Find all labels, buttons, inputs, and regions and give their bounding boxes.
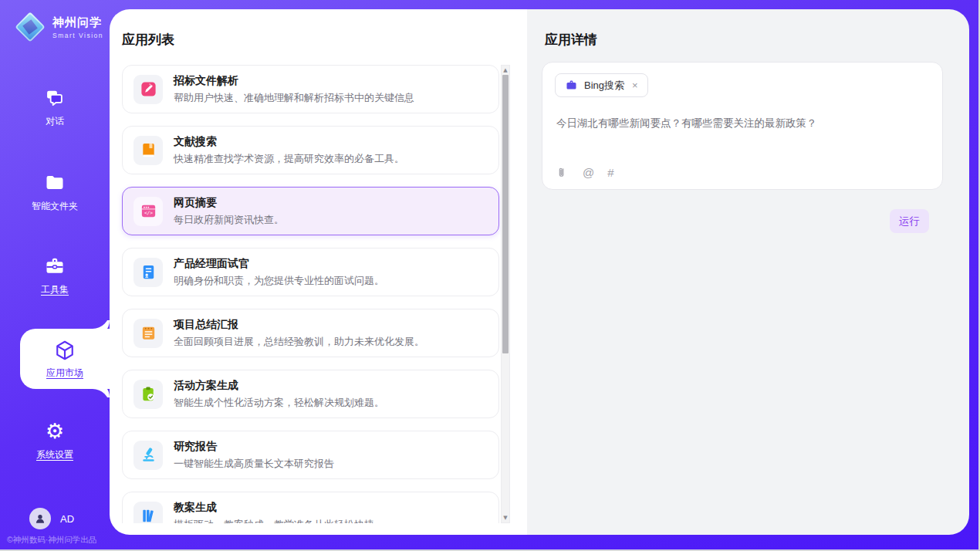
app-list-title: 应用列表: [122, 31, 174, 49]
microscope-icon: [140, 446, 157, 464]
app-card-description: 智能生成个性化活动方案，轻松解决规划难题。: [174, 396, 384, 410]
main-content: 应用列表 招标文件解析 帮助用户快速、准确地理解和解析招标书中的关键信息 文献搜…: [110, 9, 969, 535]
brand-name: 神州问学: [52, 15, 103, 30]
user-account[interactable]: AD: [29, 508, 74, 529]
sidebar-item-gear[interactable]: ⚙ 系统设置: [0, 420, 110, 461]
brand: 神州问学 Smart Vision: [14, 11, 103, 43]
app-card[interactable]: </> 网页摘要 每日政府新闻资讯快查。: [122, 187, 499, 235]
app-card[interactable]: 产品经理面试官 明确身份和职责，为您提供专业性的面试问题。: [122, 248, 499, 296]
app-window: 神州问学 Smart Vision 对话 智能文件夹 工具集 应用市场 ⚙ 系统…: [0, 0, 978, 549]
app-card-title: 网页摘要: [174, 196, 284, 210]
sidebar-item-folder[interactable]: 智能文件夹: [0, 171, 110, 213]
interviewer-icon: [140, 263, 157, 281]
app-card[interactable]: 教案生成 模板驱动，教案秒成，教学准备从此轻松快捷: [122, 492, 499, 523]
app-list-viewport: 招标文件解析 帮助用户快速、准确地理解和解析招标书中的关键信息 文献搜索 快速精…: [110, 65, 527, 523]
attachment-icon[interactable]: [556, 166, 569, 179]
gear-icon: ⚙: [46, 420, 64, 443]
input-toolbar: @ #: [556, 166, 614, 179]
user-icon: [33, 512, 47, 526]
tool-tag-label: Bing搜索: [584, 79, 624, 93]
app-card-description: 帮助用户快速、准确地理解和解析招标书中的关键信息: [174, 91, 414, 105]
browser-code-icon: </>: [140, 202, 157, 220]
book-icon: [140, 141, 157, 159]
app-card-description: 全面回顾项目进展，总结经验教训，助力未来优化发展。: [174, 335, 424, 349]
app-card-title: 活动方案生成: [174, 379, 384, 393]
app-card-description: 明确身份和职责，为您提供专业性的面试问题。: [174, 274, 384, 288]
notepad-icon: [140, 324, 157, 342]
app-card-title: 教案生成: [174, 501, 374, 515]
sidebar-item-label: 应用市场: [46, 367, 83, 380]
hash-icon[interactable]: #: [607, 166, 613, 179]
app-card-description: 快速精准查找学术资源，提高研究效率的必备工具。: [174, 152, 404, 166]
briefcase-icon: [565, 79, 578, 92]
app-card-title: 研究报告: [174, 440, 334, 454]
scrollbar[interactable]: ▲ ▼: [501, 65, 510, 523]
scrollbar-thumb[interactable]: [502, 75, 509, 353]
clipboard-check-icon: [140, 385, 157, 403]
books-icon: [140, 507, 157, 523]
sidebar-item-label: 对话: [46, 115, 64, 128]
prompt-input[interactable]: 今日湖北有哪些新闻要点？有哪些需要关注的最新政策？: [556, 117, 928, 130]
app-card-description: 一键智能生成高质量长文本研究报告: [174, 457, 334, 471]
sidebar-item-toolbox[interactable]: 工具集: [0, 255, 110, 296]
mention-icon[interactable]: @: [583, 166, 594, 179]
tool-tag-bing[interactable]: Bing搜索 ×: [555, 73, 648, 97]
app-card-title: 产品经理面试官: [174, 257, 384, 271]
svg-text:</>: </>: [144, 210, 152, 215]
sidebar-item-label: 系统设置: [36, 448, 73, 461]
cube-icon: [53, 339, 76, 362]
app-card-description: 模板驱动，教案秒成，教学准备从此轻松快捷: [174, 518, 374, 524]
sidebar-item-label: 工具集: [41, 283, 69, 296]
copyright-text: ©神州数码·神州问学出品: [7, 535, 96, 546]
pen-square-icon: [140, 80, 157, 98]
app-detail-title: 应用详情: [545, 31, 597, 49]
app-card[interactable]: 招标文件解析 帮助用户快速、准确地理解和解析招标书中的关键信息: [122, 65, 499, 113]
close-icon[interactable]: ×: [630, 79, 640, 92]
avatar[interactable]: [29, 508, 51, 529]
run-button[interactable]: 运行: [890, 209, 929, 233]
brand-subtitle: Smart Vision: [52, 32, 103, 39]
scroll-up-icon[interactable]: ▲: [502, 66, 509, 75]
prompt-card: Bing搜索 × 今日湖北有哪些新闻要点？有哪些需要关注的最新政策？ @ #: [542, 62, 943, 190]
brand-logo-icon: [14, 11, 46, 43]
sidebar-item-cube[interactable]: 应用市场: [20, 329, 110, 389]
app-card-title: 文献搜索: [174, 135, 404, 149]
sidebar-item-label: 智能文件夹: [32, 200, 78, 213]
app-card[interactable]: 研究报告 一键智能生成高质量长文本研究报告: [122, 431, 499, 479]
app-card[interactable]: 活动方案生成 智能生成个性化活动方案，轻松解决规划难题。: [122, 370, 499, 418]
toolbox-icon: [44, 255, 66, 277]
folder-icon: [44, 172, 66, 194]
chat-icon: [44, 87, 66, 109]
app-detail-panel: 应用详情 Bing搜索 × 今日湖北有哪些新闻要点？有哪些需要关注的最新政策？ …: [527, 9, 969, 535]
app-card-title: 招标文件解析: [174, 74, 414, 88]
sidebar: 神州问学 Smart Vision 对话 智能文件夹 工具集 应用市场 ⚙ 系统…: [0, 0, 110, 549]
app-list-panel: 应用列表 招标文件解析 帮助用户快速、准确地理解和解析招标书中的关键信息 文献搜…: [110, 9, 527, 535]
sidebar-item-chat[interactable]: 对话: [0, 86, 110, 128]
user-label: AD: [60, 513, 74, 525]
scroll-down-icon[interactable]: ▼: [502, 513, 509, 522]
app-card[interactable]: 项目总结汇报 全面回顾项目进展，总结经验教训，助力未来优化发展。: [122, 309, 499, 357]
app-card-title: 项目总结汇报: [174, 318, 424, 332]
app-card-description: 每日政府新闻资讯快查。: [174, 213, 284, 227]
app-card[interactable]: 文献搜索 快速精准查找学术资源，提高研究效率的必备工具。: [122, 126, 499, 174]
